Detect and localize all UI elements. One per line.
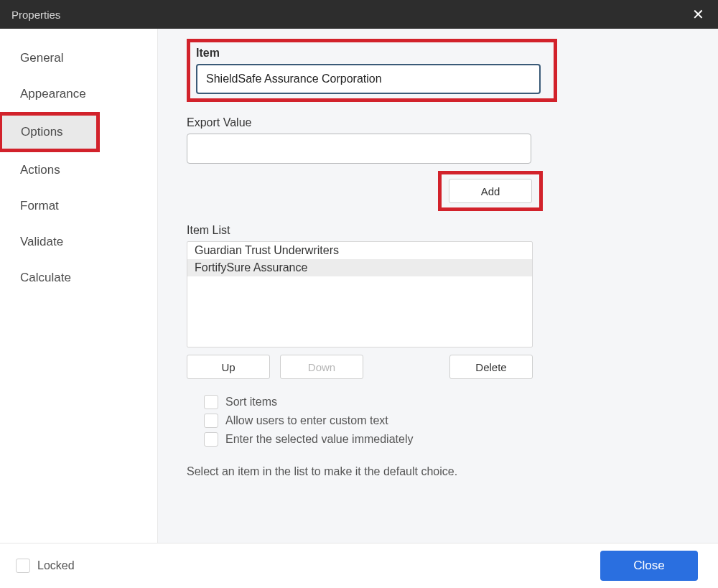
close-icon[interactable]: ✕ (689, 6, 707, 23)
allow-custom-checkbox[interactable] (204, 414, 218, 428)
down-button: Down (280, 355, 363, 379)
sort-items-label: Sort items (225, 396, 277, 409)
add-button[interactable]: Add (449, 179, 532, 203)
item-list-section: Item List Guardian Trust Underwriters Fo… (187, 224, 689, 478)
sidebar: General Appearance Options Actions Forma… (0, 29, 158, 543)
sidebar-item-label: Format (20, 199, 59, 213)
default-choice-hint: Select an item in the list to make it th… (187, 465, 689, 478)
sort-items-row: Sort items (204, 395, 689, 409)
sidebar-item-format[interactable]: Format (0, 188, 157, 224)
locked-checkbox[interactable] (16, 559, 30, 573)
item-list-box[interactable]: Guardian Trust Underwriters FortifySure … (187, 241, 533, 347)
delete-button[interactable]: Delete (449, 355, 533, 379)
highlight-box-item: Item (187, 39, 557, 102)
list-item[interactable]: FortifySure Assurance (187, 259, 532, 276)
main-panel: Item Export Value Add Item List Guardian… (158, 29, 718, 543)
enter-immediately-row: Enter the selected value immediately (204, 432, 689, 447)
list-button-row: Up Down Delete (187, 355, 533, 379)
sidebar-item-label: General (20, 51, 63, 65)
footer: Locked Close (0, 543, 718, 588)
enter-immediately-label: Enter the selected value immediately (225, 433, 413, 446)
sort-items-checkbox[interactable] (204, 395, 218, 409)
highlight-box-options: Options (0, 112, 100, 152)
sidebar-item-actions[interactable]: Actions (0, 152, 157, 188)
item-section: Item (187, 39, 689, 102)
checkbox-group: Sort items Allow users to enter custom t… (204, 395, 689, 447)
close-button[interactable]: Close (600, 551, 698, 581)
locked-label: Locked (37, 559, 75, 572)
item-input[interactable] (196, 64, 541, 94)
list-item[interactable]: Guardian Trust Underwriters (187, 242, 532, 259)
export-section: Export Value Add (187, 116, 689, 211)
window-title: Properties (11, 9, 60, 21)
export-value-input[interactable] (187, 134, 531, 164)
sidebar-item-label: Actions (20, 163, 60, 177)
highlight-box-add: Add (438, 171, 543, 211)
sidebar-item-validate[interactable]: Validate (0, 224, 157, 260)
sidebar-item-label: Options (21, 125, 63, 139)
item-list-label: Item List (187, 224, 689, 237)
item-label: Item (196, 47, 548, 60)
body-area: General Appearance Options Actions Forma… (0, 29, 718, 543)
sidebar-item-options[interactable]: Options (2, 116, 96, 149)
up-button[interactable]: Up (187, 355, 270, 379)
export-value-label: Export Value (187, 116, 689, 129)
sidebar-item-calculate[interactable]: Calculate (0, 260, 157, 296)
enter-immediately-checkbox[interactable] (204, 432, 218, 447)
sidebar-item-label: Appearance (20, 87, 86, 101)
sidebar-item-label: Validate (20, 235, 63, 248)
allow-custom-row: Allow users to enter custom text (204, 414, 689, 428)
allow-custom-label: Allow users to enter custom text (225, 414, 388, 427)
sidebar-item-label: Calculate (20, 271, 71, 284)
title-bar: Properties ✕ (0, 0, 718, 29)
sidebar-item-general[interactable]: General (0, 40, 157, 76)
sidebar-item-appearance[interactable]: Appearance (0, 76, 157, 112)
